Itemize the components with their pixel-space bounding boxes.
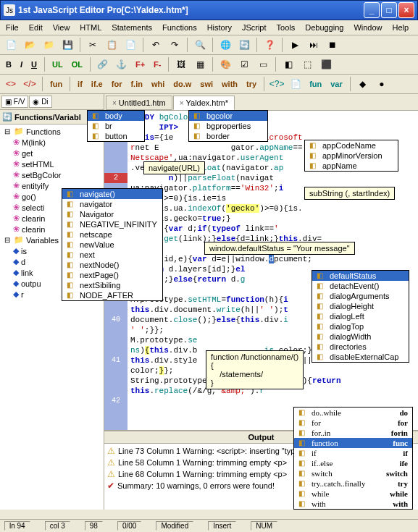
snippet-jscr[interactable]: <> (3, 76, 19, 92)
snippet-fun[interactable]: fun (47, 78, 65, 90)
close-button[interactable]: × (398, 2, 414, 18)
snippet-dow[interactable]: do.w (170, 78, 194, 90)
popup-item[interactable]: ◧withwith (294, 499, 412, 509)
debug-icon[interactable]: ▶ (287, 37, 303, 53)
tree-fn-item[interactable]: ❀setBgColor (1, 169, 102, 180)
snippet-doc[interactable]: 📄 (288, 76, 304, 92)
underline-button[interactable]: U (28, 59, 40, 70)
popup-item[interactable]: ◧directories (312, 342, 409, 352)
popup-item[interactable]: ◧NEGATIVE_INFINITY (62, 219, 162, 229)
popup-item[interactable]: ◧forfor (294, 418, 412, 428)
popup-attrs[interactable]: ◧bgcolor ◧bgproperties ◧border (188, 110, 268, 142)
popup-item-body[interactable]: ◧body (88, 111, 144, 121)
popup-item[interactable]: ◧defaultStatus (312, 271, 409, 281)
menu-window[interactable]: Window (352, 22, 383, 33)
italic-button[interactable]: I (17, 59, 25, 70)
ol-button[interactable]: OL (69, 59, 85, 70)
menu-history[interactable]: History (206, 22, 233, 33)
find-icon[interactable]: 🔍 (192, 37, 208, 53)
snippet-tag[interactable]: <?> (269, 76, 285, 92)
popup-item[interactable]: ◧navigate() (62, 189, 162, 199)
popup-item-bgproperties[interactable]: ◧bgproperties (189, 121, 267, 131)
popup-item[interactable]: ◧dialogHeight (312, 301, 409, 311)
sidebar-tab-di[interactable]: ◉ Di (29, 96, 51, 108)
popup-item[interactable]: ◧whilewhile (294, 489, 412, 499)
menu-help[interactable]: Help (391, 22, 411, 33)
copy-icon[interactable]: 📋 (104, 37, 120, 53)
popup-item[interactable]: ◧dialogLeft (312, 311, 409, 321)
popup-item[interactable]: ◧disableExternalCap (312, 352, 409, 362)
popup-item[interactable]: ◧try..catch..finallytry (294, 478, 412, 489)
popup-item[interactable]: ◧ifif (294, 448, 412, 458)
check-icon[interactable]: ☑ (236, 56, 252, 72)
popup-navigate[interactable]: ◧navigate() ◧navigator ◧Navigator ◧NEGAT… (62, 188, 163, 301)
tree-fn-item[interactable]: ❀setHTML (1, 159, 102, 169)
refresh-icon[interactable]: 🔄 (236, 37, 252, 53)
snippet-whi[interactable]: whi (149, 78, 167, 90)
refresh-tree-icon[interactable]: 🔄 (2, 112, 12, 122)
file-tab-untitled[interactable]: ×Untitled1.htm (106, 96, 172, 110)
popup-item[interactable]: ◧functionfunc (294, 438, 412, 448)
popup-item[interactable]: ◧for..inforin (294, 428, 412, 438)
misc3-icon[interactable]: ⬛ (318, 56, 334, 72)
undo-icon[interactable]: ↶ (148, 37, 164, 53)
popup-item[interactable]: ◧NODE_AFTER (62, 290, 162, 300)
popup-item[interactable]: ◧dialogTop (312, 321, 409, 332)
sidebar-tab-fv[interactable]: ▣ F/V (1, 96, 28, 108)
popup-item-bgcolor[interactable]: ◧bgcolor (189, 111, 267, 121)
help-icon[interactable]: ❓ (262, 37, 277, 53)
menu-tools[interactable]: Tools (275, 22, 297, 33)
tree-fn-item[interactable]: ❀get (1, 148, 102, 159)
menu-view[interactable]: View (51, 22, 72, 33)
popup-item[interactable]: ◧nextSibiling (62, 280, 162, 290)
form-icon[interactable]: ▭ (255, 56, 271, 72)
menu-edit[interactable]: Edit (28, 22, 44, 33)
step-icon[interactable]: ⏭ (306, 37, 322, 53)
snippet-try[interactable]: try (243, 78, 259, 90)
browser-icon[interactable]: 🌐 (217, 37, 233, 53)
popup-item[interactable]: ◧netscape (62, 229, 162, 240)
snippet-for[interactable]: for (109, 78, 125, 90)
snippet-j2[interactable]: </> (22, 76, 38, 92)
stop-icon[interactable]: ⏹ (325, 37, 340, 53)
misc2-icon[interactable]: ⬚ (299, 56, 315, 72)
popup-item[interactable]: ◧dialogWidth (312, 332, 409, 342)
font-minus[interactable]: F- (151, 59, 164, 70)
cut-icon[interactable]: ✂ (85, 37, 101, 53)
snippet-fin[interactable]: f.in (128, 78, 146, 90)
maximize-button[interactable]: □ (381, 2, 397, 18)
snippet-swi[interactable]: swi (197, 78, 216, 90)
popup-item[interactable]: ◧newValue (62, 240, 162, 250)
popup-item[interactable]: ◧appCodeName (305, 140, 398, 151)
popup-item[interactable]: ◧dialogArguments (312, 291, 409, 301)
image-icon[interactable]: 🖼 (173, 56, 189, 72)
popup-item[interactable]: ◧nextPage() (62, 270, 162, 280)
close-tab-icon[interactable]: × (112, 99, 117, 107)
popup-item[interactable]: ◧Navigator (62, 209, 162, 219)
menu-html[interactable]: HTML (78, 22, 103, 33)
popup-item[interactable]: ◧next (62, 250, 162, 260)
snippet-if[interactable]: if (75, 78, 85, 90)
popup-item[interactable]: ◧detachEvent() (312, 281, 409, 291)
snippet-fun2[interactable]: fun (306, 78, 325, 90)
redo-icon[interactable]: ↷ (167, 37, 183, 53)
popup-app[interactable]: ◧appCodeName ◧appMinorVersion ◧appName (304, 140, 398, 172)
popup-default[interactable]: ◧defaultStatus ◧detachEvent() ◧dialogArg… (312, 270, 409, 363)
paste-icon[interactable]: 📄 (122, 37, 138, 53)
save-icon[interactable]: 💾 (59, 37, 75, 53)
close-tab-icon[interactable]: × (180, 99, 184, 107)
new-icon[interactable]: 📄 (3, 37, 19, 53)
open-icon[interactable]: 📂 (22, 37, 38, 53)
font-plus[interactable]: F+ (133, 59, 148, 70)
menu-statements[interactable]: Statements (110, 22, 154, 33)
minimize-button[interactable]: _ (364, 2, 380, 18)
popup-item[interactable]: ◧appMinorVersion (305, 151, 398, 161)
popup-item[interactable]: ◧navigator (62, 199, 162, 209)
popup-item[interactable]: ◧if..elseife (294, 458, 412, 468)
snippet-var[interactable]: var (327, 78, 346, 90)
popup-statements[interactable]: ◧do..whiledo ◧forfor ◧for..inforin ◧func… (293, 407, 413, 510)
snippet-ife[interactable]: if.e (88, 78, 106, 90)
popup-item[interactable]: ◧do..whiledo (294, 408, 412, 418)
file-tab-yaldex[interactable]: ×Yaldex.htm* (173, 96, 235, 110)
anchor-icon[interactable]: ⚓ (114, 56, 130, 72)
